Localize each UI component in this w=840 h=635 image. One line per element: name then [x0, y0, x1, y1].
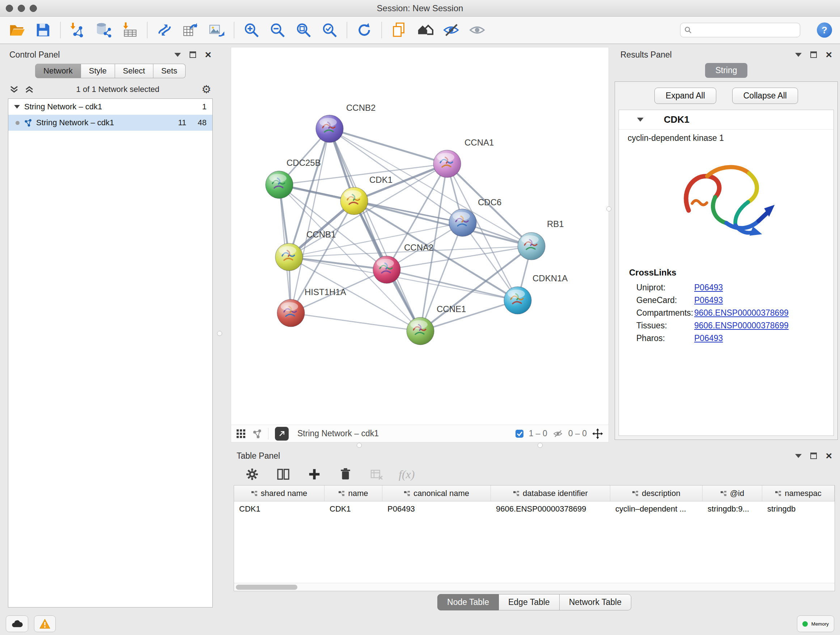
export-image-button[interactable]	[208, 21, 226, 39]
open-session-button[interactable]	[8, 21, 26, 39]
horizontal-splitter[interactable]	[231, 442, 840, 448]
refresh-view-button[interactable]	[355, 21, 373, 39]
network-node-CCNA1[interactable]: CCNA1	[433, 138, 494, 178]
memory-button[interactable]: Memory	[797, 616, 834, 632]
edge-CCNB2-CCNE1[interactable]	[330, 129, 420, 331]
cell-shared-name[interactable]: CDK1	[234, 501, 325, 516]
tree-expand-icon[interactable]	[14, 105, 20, 109]
splitter-handle[interactable]	[538, 443, 543, 448]
collapse-panel-icon[interactable]	[795, 454, 802, 458]
protein-section-header[interactable]: CDK1	[619, 110, 834, 130]
edge-HIST1H1A-CCNE1[interactable]	[291, 313, 420, 331]
show-graphics-button[interactable]	[468, 21, 486, 39]
float-panel-icon[interactable]	[810, 453, 817, 459]
network-options-gear-icon[interactable]: ⚙	[202, 84, 211, 95]
tab-network-table[interactable]: Network Table	[560, 594, 631, 610]
grid-view-icon[interactable]	[236, 429, 246, 439]
edge-CCNB2-HIST1H1A[interactable]	[291, 129, 330, 313]
zoom-selected-button[interactable]	[321, 21, 339, 39]
collapse-panel-icon[interactable]	[795, 53, 802, 57]
float-panel-icon[interactable]	[189, 51, 196, 58]
collapse-all-button[interactable]: Collapse All	[732, 88, 798, 104]
column-header-name[interactable]: name	[325, 486, 382, 501]
import-table-button[interactable]	[121, 21, 139, 39]
column-header-description[interactable]: description	[610, 486, 703, 501]
uniprot-link[interactable]: P06493	[694, 283, 723, 293]
scrollbar-thumb[interactable]	[236, 585, 297, 590]
duplicate-button[interactable]	[390, 21, 408, 39]
section-collapse-icon[interactable]	[637, 118, 644, 122]
export-network-button[interactable]	[182, 21, 200, 39]
edge-CCNB2-CCNA1[interactable]	[330, 129, 447, 164]
table-settings-button[interactable]	[243, 465, 261, 483]
pharos-link[interactable]: P06493	[694, 333, 723, 343]
tab-node-table[interactable]: Node Table	[437, 594, 499, 610]
column-header-shared-name[interactable]: shared name	[234, 486, 325, 501]
help-button[interactable]: ?	[817, 22, 832, 38]
cloud-status-button[interactable]	[6, 616, 28, 632]
horizontal-scrollbar[interactable]	[234, 583, 835, 591]
network-canvas[interactable]: CCNB2CCNA1CDC25BCDK1CDC6RB1CCNB1CCNA2CDK…	[231, 48, 608, 424]
close-panel-icon[interactable]: ×	[826, 450, 832, 461]
zoom-fit-button[interactable]	[294, 21, 313, 39]
expand-all-icon[interactable]	[9, 86, 19, 93]
edge-CCNB2-RB1[interactable]	[330, 129, 531, 246]
string-share-icon[interactable]	[252, 429, 262, 439]
cell-name[interactable]: CDK1	[325, 501, 382, 516]
selected-nodes-checkbox-icon[interactable]	[515, 429, 524, 438]
edge-CCNA2-CDKN1A[interactable]	[387, 270, 518, 301]
save-session-button[interactable]	[34, 21, 52, 39]
move-crosshair-icon[interactable]	[592, 428, 603, 440]
open-in-new-button[interactable]	[275, 427, 289, 440]
column-header-database-identifier[interactable]: database identifier	[491, 486, 610, 501]
table-row[interactable]: CDK1 CDK1 P06493 9606.ENSP00000378699 cy…	[234, 501, 835, 516]
network-node-CDKN1A[interactable]: CDKN1A	[504, 273, 568, 314]
add-column-button[interactable]	[305, 465, 324, 483]
splitter-handle[interactable]	[217, 331, 222, 336]
expand-all-button[interactable]: Expand All	[654, 88, 716, 104]
tab-style[interactable]: Style	[81, 64, 115, 78]
cell-database-identifier[interactable]: 9606.ENSP00000378699	[491, 501, 610, 516]
tab-edge-table[interactable]: Edge Table	[499, 594, 560, 610]
zoom-out-button[interactable]	[268, 21, 286, 39]
edge-CDK1-RB1[interactable]	[354, 201, 531, 246]
network-node-HIST1H1A[interactable]: HIST1H1A	[277, 287, 346, 327]
network-node-RB1[interactable]: RB1	[518, 219, 564, 260]
cell-canonical-name[interactable]: P06493	[382, 501, 491, 516]
genecard-link[interactable]: P06493	[694, 295, 723, 305]
network-collection-row[interactable]: String Network – cdk1 1	[8, 99, 212, 115]
edge-CDKN1A-CCNE1[interactable]	[420, 301, 518, 331]
apply-layout-button[interactable]	[156, 21, 174, 39]
delete-column-button[interactable]	[336, 465, 355, 483]
float-panel-icon[interactable]	[810, 51, 817, 58]
close-panel-icon[interactable]: ×	[205, 49, 211, 60]
cell-description[interactable]: cyclin–dependent ...	[610, 501, 703, 516]
warnings-button[interactable]	[34, 616, 56, 632]
network-row[interactable]: String Network – cdk1 11 48	[8, 115, 212, 131]
tissues-link[interactable]: 9606.ENSP00000378699	[694, 321, 789, 331]
compartments-link[interactable]: 9606.ENSP00000378699	[694, 308, 789, 318]
tab-select[interactable]: Select	[115, 64, 153, 78]
show-columns-button[interactable]	[274, 465, 292, 483]
splitter-handle[interactable]	[606, 206, 611, 211]
hidden-eye-slash-icon[interactable]	[553, 429, 563, 439]
home-button[interactable]	[416, 21, 434, 39]
column-header-id[interactable]: @id	[703, 486, 762, 501]
hide-graphics-button[interactable]	[442, 21, 460, 39]
collapse-panel-icon[interactable]	[174, 53, 181, 57]
cell-id[interactable]: stringdb:9...	[703, 501, 762, 516]
splitter-handle[interactable]	[357, 443, 362, 448]
column-header-namespace[interactable]: namespac	[762, 486, 835, 501]
zoom-in-button[interactable]	[242, 21, 261, 39]
close-panel-icon[interactable]: ×	[826, 49, 832, 60]
column-header-canonical-name[interactable]: canonical name	[382, 486, 491, 501]
string-results-tab[interactable]: String	[705, 63, 747, 78]
import-network-database-button[interactable]	[95, 21, 113, 39]
network-node-CCNB2[interactable]: CCNB2	[316, 103, 376, 143]
cell-namespace[interactable]: stringdb	[762, 501, 835, 516]
network-node-CCNA2[interactable]: CCNA2	[373, 242, 433, 283]
tab-network[interactable]: Network	[35, 64, 81, 78]
edge-CCNB1-CCNA2[interactable]	[289, 257, 387, 270]
search-input[interactable]	[695, 26, 796, 35]
collapse-all-icon[interactable]	[25, 86, 34, 93]
